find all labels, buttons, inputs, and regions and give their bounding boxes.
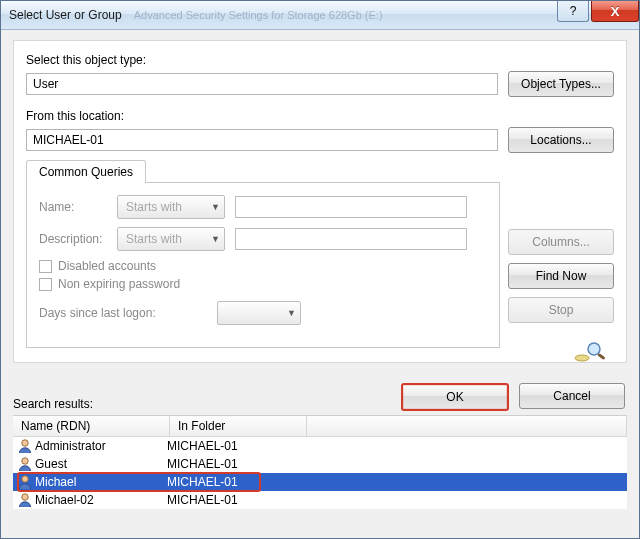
result-name: Administrator xyxy=(35,439,167,453)
column-header-folder[interactable]: In Folder xyxy=(170,416,307,436)
help-button[interactable]: ? xyxy=(557,1,589,22)
results-header: Name (RDN) In Folder xyxy=(13,416,627,437)
user-icon xyxy=(17,438,33,454)
description-input[interactable] xyxy=(235,228,467,250)
svg-point-6 xyxy=(22,494,28,500)
background-window-title: Advanced Security Settings for Storage 6… xyxy=(134,9,555,21)
results-list: AdministratorMICHAEL-01GuestMICHAEL-01Mi… xyxy=(13,437,627,509)
table-row[interactable]: GuestMICHAEL-01 xyxy=(13,455,627,473)
user-icon xyxy=(17,492,33,508)
description-mode-combo[interactable]: Starts with ▼ xyxy=(117,227,225,251)
days-since-combo[interactable]: ▼ xyxy=(217,301,301,325)
user-icon xyxy=(17,456,33,472)
disabled-accounts-checkbox[interactable] xyxy=(39,260,52,273)
table-row[interactable]: AdministratorMICHAEL-01 xyxy=(13,437,627,455)
result-folder: MICHAEL-01 xyxy=(167,493,627,507)
columns-button[interactable]: Columns... xyxy=(508,229,614,255)
table-row[interactable]: Michael-02MICHAEL-01 xyxy=(13,491,627,509)
name-mode-value: Starts with xyxy=(126,200,182,214)
result-folder: MICHAEL-01 xyxy=(167,475,627,489)
svg-point-1 xyxy=(588,343,600,355)
svg-point-5 xyxy=(22,476,28,482)
stop-button[interactable]: Stop xyxy=(508,297,614,323)
object-types-button[interactable]: Object Types... xyxy=(508,71,614,97)
tab-common-queries[interactable]: Common Queries xyxy=(26,160,146,183)
window-title: Select User or Group xyxy=(9,8,122,22)
common-queries-panel: Name: Starts with ▼ Description: Starts … xyxy=(26,182,500,348)
days-since-label: Days since last logon: xyxy=(39,306,169,320)
from-location-label: From this location: xyxy=(26,109,614,123)
svg-point-0 xyxy=(575,355,589,361)
close-button[interactable]: X xyxy=(591,1,639,22)
from-location-field[interactable] xyxy=(26,129,498,151)
result-name: Michael-02 xyxy=(35,493,167,507)
result-folder: MICHAEL-01 xyxy=(167,457,627,471)
name-label: Name: xyxy=(39,200,117,214)
disabled-accounts-label: Disabled accounts xyxy=(58,259,156,273)
svg-point-4 xyxy=(22,458,28,464)
name-input[interactable] xyxy=(235,196,467,218)
search-results-table: Name (RDN) In Folder AdministratorMICHAE… xyxy=(13,415,627,509)
description-mode-value: Starts with xyxy=(126,232,182,246)
search-animation-icon xyxy=(574,341,608,363)
chevron-down-icon: ▼ xyxy=(211,234,220,244)
column-header-name[interactable]: Name (RDN) xyxy=(13,416,170,436)
titlebar: Select User or Group Advanced Security S… xyxy=(1,1,639,30)
help-icon: ? xyxy=(570,4,577,18)
non-expiring-label: Non expiring password xyxy=(58,277,180,291)
non-expiring-checkbox[interactable] xyxy=(39,278,52,291)
name-mode-combo[interactable]: Starts with ▼ xyxy=(117,195,225,219)
column-header-spacer xyxy=(307,416,627,436)
locations-button[interactable]: Locations... xyxy=(508,127,614,153)
search-results-label: Search results: xyxy=(13,397,627,411)
result-name: Guest xyxy=(35,457,167,471)
chevron-down-icon: ▼ xyxy=(287,308,296,318)
main-group: Select this object type: Object Types...… xyxy=(13,40,627,363)
select-user-or-group-dialog: Select User or Group Advanced Security S… xyxy=(0,0,640,539)
user-icon xyxy=(17,474,33,490)
description-label: Description: xyxy=(39,232,117,246)
chevron-down-icon: ▼ xyxy=(211,202,220,212)
svg-rect-2 xyxy=(597,353,605,360)
object-type-label: Select this object type: xyxy=(26,53,614,67)
result-name: Michael xyxy=(35,475,167,489)
result-folder: MICHAEL-01 xyxy=(167,439,627,453)
close-icon: X xyxy=(611,4,620,19)
object-type-field[interactable] xyxy=(26,73,498,95)
table-row[interactable]: MichaelMICHAEL-01 xyxy=(13,473,627,491)
svg-point-3 xyxy=(22,440,28,446)
find-now-button[interactable]: Find Now xyxy=(508,263,614,289)
